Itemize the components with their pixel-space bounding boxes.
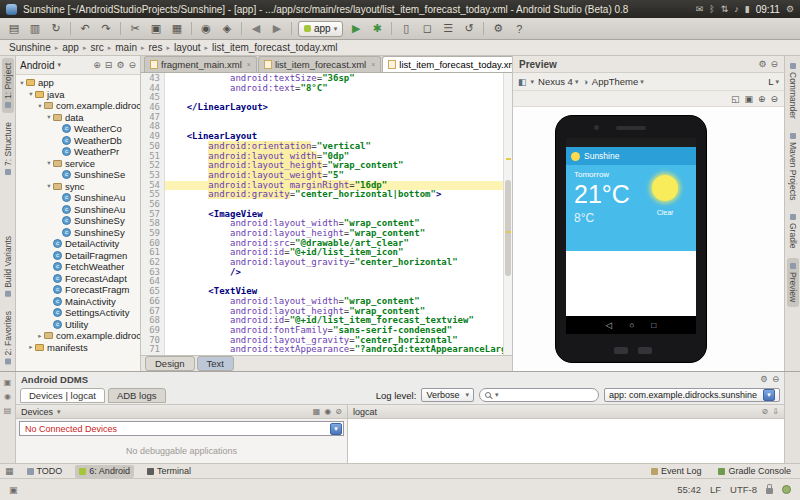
tree-item-fetchweather[interactable]: cFetchWeather [16,261,140,273]
tab-text[interactable]: Text [197,356,234,371]
back-icon[interactable]: ◀ [246,20,266,38]
zoom-in-icon[interactable]: ⊕ [758,94,766,104]
gear-icon[interactable]: ⚙ [760,374,768,384]
tree-item-utility[interactable]: cUtility [16,319,140,331]
tree-item-app[interactable]: ▾app [16,77,140,89]
tree-item-data[interactable]: ▾data [16,112,140,124]
breadcrumb-item-src[interactable]: src [89,42,104,53]
editor-tab-fragment-main-xml[interactable]: fragment_main.xml× [144,56,257,72]
tree-item-detailactivity[interactable]: cDetailActivity [16,238,140,250]
toolwindow-button-7-structure[interactable]: 7: Structure [2,117,14,180]
toolwindow-button-todo[interactable]: TODO [23,465,67,478]
terminate-icon[interactable]: ⊘ [335,407,342,416]
ddms-tab-adb-logs[interactable]: ADB logs [108,388,166,403]
tree-item-sunshineau[interactable]: cSunshineAu [16,204,140,216]
editor-tab-list-item-forecast-xml[interactable]: list_item_forecast.xml× [258,56,381,72]
settings-icon[interactable]: ⚙ [758,59,766,69]
layers-icon[interactable]: ▤ [4,406,12,415]
open-icon[interactable]: ▤ [4,20,24,38]
toolwindow-switcher-icon[interactable]: ▦ [5,466,14,476]
api-level-combo[interactable]: L ▾ [768,76,779,87]
toolwindow-button-1-project[interactable]: 1: Project [2,58,14,113]
forward-icon[interactable]: ▶ [267,20,287,38]
replace-icon[interactable]: ◈ [217,20,237,38]
android-toolwindow-icon[interactable]: ▣ [4,378,12,387]
help-icon[interactable]: ? [509,20,529,38]
lock-icon[interactable] [766,488,773,494]
tree-item-java[interactable]: ▾java [16,89,140,101]
tree-item-com-example-didroc[interactable]: ▸com.example.didroc [16,330,140,342]
scroll-to-end-icon[interactable]: ⇩ [772,407,779,416]
toolwindow-button-terminal[interactable]: Terminal [143,465,195,478]
tree-item-service[interactable]: ▾service [16,158,140,170]
settings-icon[interactable]: ⚙ [488,20,508,38]
toolwindow-button-gradle-console[interactable]: Gradle Console [714,465,795,478]
settings-icon[interactable]: ⚙ [116,60,124,70]
session-menu-icon[interactable]: ⚙ [786,4,794,14]
tree-item-sunshinese[interactable]: cSunshineSe [16,169,140,181]
tree-item-sunshinesy[interactable]: cSunshineSy [16,215,140,227]
close-icon[interactable]: × [371,61,375,68]
scrollbar-thumb[interactable] [505,180,511,276]
breadcrumb-item-main[interactable]: main [114,42,138,53]
screen-capture-icon[interactable]: ▦ [313,407,321,416]
collapse-all-icon[interactable]: ⊟ [105,60,113,70]
encoding-indicator[interactable]: UTF-8 [730,484,757,495]
tree-item-mainactivity[interactable]: cMainActivity [16,296,140,308]
copy-icon[interactable]: ▣ [146,20,166,38]
log-level-select[interactable]: Verbose ▾ [421,388,474,402]
find-icon[interactable]: ◉ [196,20,216,38]
toolwindow-button-event-log[interactable]: Event Log [647,465,706,478]
breadcrumb-item-app[interactable]: app [61,42,80,53]
tab-design[interactable]: Design [145,356,195,371]
zoom-actual-icon[interactable]: ▣ [744,94,753,104]
breadcrumb-item-layout[interactable]: layout [173,42,202,53]
code-text[interactable]: android:textSize="36sp" android:text="8°… [165,73,503,355]
tree-item-manifests[interactable]: ▸manifests [16,342,140,354]
tree-item-detailfragmen[interactable]: cDetailFragmen [16,250,140,262]
zoom-fit-icon[interactable]: ◱ [731,94,740,104]
record-icon[interactable]: ◉ [324,407,331,416]
orientation-icon[interactable]: ◧ [518,77,527,87]
paste-icon[interactable]: ▦ [167,20,187,38]
editor-scrollbar[interactable] [503,73,512,355]
inspection-profile-icon[interactable] [782,485,791,494]
hide-panel-icon[interactable]: ⊖ [770,59,778,69]
device-combo[interactable]: Nexus 4 ▾ [538,76,578,87]
hide-panel-icon[interactable]: ⊖ [772,374,779,384]
toolwindow-button-2-favorites[interactable]: 2: Favorites [2,306,14,369]
statusbar-toggle-icon[interactable]: ▣ [9,485,18,495]
code-editor[interactable]: 4344454647484950515253545556575859606162… [141,73,512,355]
tree-item-com-example-didroc[interactable]: ▾com.example.didroc [16,100,140,112]
gradle-sync-icon[interactable]: ↺ [459,20,479,38]
tree-item-settingsactivity[interactable]: cSettingsActivity [16,307,140,319]
toolwindow-button-commander[interactable]: Commander [787,58,799,124]
tree-item-forecastfragm[interactable]: cForecastFragm [16,284,140,296]
device-select-combo[interactable]: No Connected Devices ▼ [19,421,344,436]
expand-all-icon[interactable]: ⊕ [93,60,101,70]
toolwindow-button-maven-projects[interactable]: Maven Projects [787,128,799,206]
toolwindow-button-6-android[interactable]: 6: Android [75,465,134,478]
save-all-icon[interactable]: ▥ [25,20,45,38]
logcat-filter-combo[interactable]: app: com.example.didrocks.sunshine ▼ [604,388,780,402]
avd-manager-icon[interactable]: ◻ [417,20,437,38]
breadcrumb-item-list-item-forecast-today-xml[interactable]: list_item_forecast_today.xml [211,42,338,53]
toolwindow-button-build-variants[interactable]: Build Variants [2,231,14,302]
toolwindow-button-preview[interactable]: Preview [787,258,799,307]
theme-icon[interactable]: ◑ [582,77,587,87]
run-icon[interactable]: ▶ [346,20,366,38]
tree-item-sunshineau[interactable]: cSunshineAu [16,192,140,204]
theme-combo[interactable]: AppTheme ▾ [592,76,644,87]
undo-icon[interactable]: ↶ [75,20,95,38]
cut-icon[interactable]: ✂ [125,20,145,38]
clear-logcat-icon[interactable]: ⊘ [762,407,769,416]
breadcrumb-item-sunshine[interactable]: Sunshine [8,42,52,53]
tree-item-sunshinesy[interactable]: cSunshineSy [16,227,140,239]
breadcrumb-item-res[interactable]: res [147,42,163,53]
debug-icon[interactable]: ✱ [367,20,387,38]
screenshot-icon[interactable]: ◉ [4,392,11,401]
redo-icon[interactable]: ↷ [96,20,116,38]
tree-item-weatherco[interactable]: cWeatherCo [16,123,140,135]
zoom-out-icon[interactable]: ⊖ [770,94,778,104]
toolwindow-button-gradle[interactable]: Gradle [787,209,799,254]
